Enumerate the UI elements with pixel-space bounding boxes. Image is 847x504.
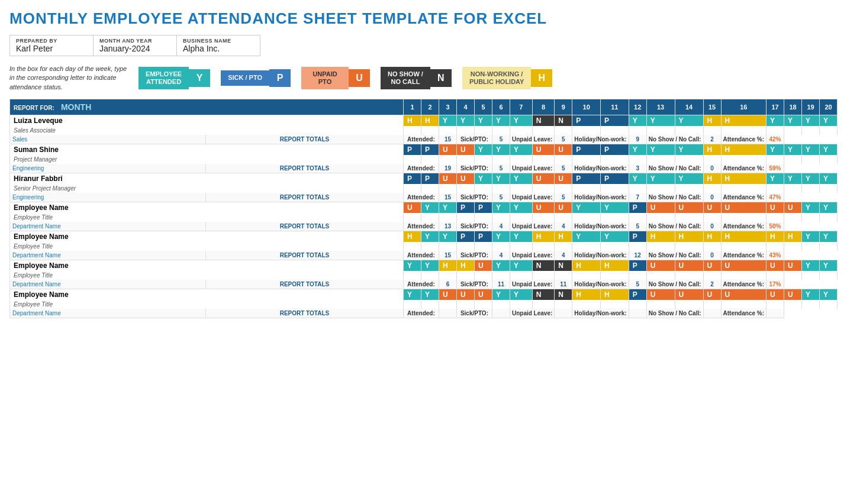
day-11-value[interactable]: Y bbox=[600, 202, 629, 214]
day-14-value[interactable]: Y bbox=[675, 173, 703, 185]
day-9-value[interactable]: N bbox=[555, 289, 572, 301]
day-16-value[interactable]: U bbox=[721, 260, 766, 272]
day-3-value[interactable]: Y bbox=[439, 115, 456, 127]
day-4-value[interactable]: U bbox=[456, 144, 474, 156]
day-20-value[interactable]: Y bbox=[820, 144, 838, 156]
day-2-value[interactable]: Y bbox=[421, 202, 439, 214]
day-6-value[interactable]: Y bbox=[492, 202, 510, 214]
day-10-value[interactable]: H bbox=[572, 260, 601, 272]
day-9-value[interactable]: U bbox=[555, 144, 572, 156]
day-2-value[interactable]: Y bbox=[421, 231, 439, 243]
day-16-value[interactable]: U bbox=[721, 289, 766, 301]
day-3-value[interactable]: Y bbox=[439, 231, 456, 243]
day-20-value[interactable]: Y bbox=[820, 289, 838, 301]
day-12-value[interactable]: P bbox=[629, 202, 646, 214]
day-20-value[interactable]: Y bbox=[820, 231, 838, 243]
day-8-value[interactable]: U bbox=[532, 173, 555, 185]
day-1-value[interactable]: Y bbox=[403, 289, 421, 301]
day-5-value[interactable]: Y bbox=[474, 173, 492, 185]
day-4-value[interactable]: H bbox=[456, 260, 474, 272]
day-19-value[interactable]: Y bbox=[802, 260, 820, 272]
day-14-value[interactable]: H bbox=[675, 231, 703, 243]
day-19-value[interactable]: Y bbox=[802, 115, 820, 127]
day-4-value[interactable]: P bbox=[456, 202, 474, 214]
day-14-value[interactable]: Y bbox=[675, 144, 703, 156]
day-10-value[interactable]: Y bbox=[572, 202, 601, 214]
day-20-value[interactable]: Y bbox=[820, 115, 838, 127]
day-8-value[interactable]: N bbox=[532, 115, 555, 127]
day-4-value[interactable]: Y bbox=[456, 115, 474, 127]
day-18-value[interactable]: U bbox=[784, 289, 802, 301]
day-6-value[interactable]: Y bbox=[492, 115, 510, 127]
day-5-value[interactable]: P bbox=[474, 231, 492, 243]
day-15-value[interactable]: U bbox=[703, 202, 721, 214]
day-19-value[interactable]: Y bbox=[802, 231, 820, 243]
day-5-value[interactable]: Y bbox=[474, 115, 492, 127]
day-19-value[interactable]: Y bbox=[802, 202, 820, 214]
day-19-value[interactable]: Y bbox=[802, 289, 820, 301]
day-8-value[interactable]: N bbox=[532, 260, 555, 272]
day-5-value[interactable]: U bbox=[474, 260, 492, 272]
day-7-value[interactable]: Y bbox=[510, 289, 532, 301]
day-6-value[interactable]: Y bbox=[492, 231, 510, 243]
day-13-value[interactable]: H bbox=[646, 231, 675, 243]
day-10-value[interactable]: P bbox=[572, 173, 601, 185]
day-8-value[interactable]: H bbox=[532, 231, 555, 243]
day-3-value[interactable]: H bbox=[439, 260, 456, 272]
day-6-value[interactable]: Y bbox=[492, 260, 510, 272]
day-13-value[interactable]: Y bbox=[646, 144, 675, 156]
day-9-value[interactable]: N bbox=[555, 115, 572, 127]
day-20-value[interactable]: Y bbox=[820, 173, 838, 185]
day-7-value[interactable]: Y bbox=[510, 115, 532, 127]
day-11-value[interactable]: P bbox=[600, 115, 629, 127]
day-18-value[interactable]: Y bbox=[784, 173, 802, 185]
day-6-value[interactable]: Y bbox=[492, 173, 510, 185]
day-4-value[interactable]: U bbox=[456, 173, 474, 185]
day-20-value[interactable]: Y bbox=[820, 202, 838, 214]
day-4-value[interactable]: P bbox=[456, 231, 474, 243]
day-9-value[interactable]: U bbox=[555, 202, 572, 214]
day-5-value[interactable]: Y bbox=[474, 144, 492, 156]
day-1-value[interactable]: U bbox=[403, 202, 421, 214]
day-12-value[interactable]: Y bbox=[629, 144, 646, 156]
day-18-value[interactable]: U bbox=[784, 202, 802, 214]
day-16-value[interactable]: H bbox=[721, 115, 766, 127]
day-17-value[interactable]: Y bbox=[767, 173, 784, 185]
day-15-value[interactable]: H bbox=[703, 231, 721, 243]
day-18-value[interactable]: U bbox=[784, 260, 802, 272]
day-11-value[interactable]: H bbox=[600, 289, 629, 301]
day-10-value[interactable]: H bbox=[572, 289, 601, 301]
day-13-value[interactable]: Y bbox=[646, 115, 675, 127]
day-12-value[interactable]: P bbox=[629, 289, 646, 301]
day-1-value[interactable]: H bbox=[403, 231, 421, 243]
day-17-value[interactable]: U bbox=[767, 260, 784, 272]
day-3-value[interactable]: U bbox=[439, 289, 456, 301]
day-18-value[interactable]: Y bbox=[784, 115, 802, 127]
day-9-value[interactable]: N bbox=[555, 260, 572, 272]
day-19-value[interactable]: Y bbox=[802, 144, 820, 156]
day-7-value[interactable]: Y bbox=[510, 173, 532, 185]
day-1-value[interactable]: P bbox=[403, 144, 421, 156]
day-12-value[interactable]: P bbox=[629, 231, 646, 243]
day-8-value[interactable]: U bbox=[532, 144, 555, 156]
day-12-value[interactable]: Y bbox=[629, 115, 646, 127]
day-2-value[interactable]: Y bbox=[421, 260, 439, 272]
day-17-value[interactable]: U bbox=[767, 289, 784, 301]
day-5-value[interactable]: P bbox=[474, 202, 492, 214]
day-15-value[interactable]: H bbox=[703, 144, 721, 156]
day-14-value[interactable]: Y bbox=[675, 115, 703, 127]
day-2-value[interactable]: P bbox=[421, 173, 439, 185]
day-12-value[interactable]: Y bbox=[629, 173, 646, 185]
day-15-value[interactable]: U bbox=[703, 289, 721, 301]
day-11-value[interactable]: H bbox=[600, 260, 629, 272]
day-16-value[interactable]: H bbox=[721, 173, 766, 185]
day-11-value[interactable]: Y bbox=[600, 231, 629, 243]
day-6-value[interactable]: Y bbox=[492, 144, 510, 156]
day-14-value[interactable]: U bbox=[675, 289, 703, 301]
day-18-value[interactable]: Y bbox=[784, 144, 802, 156]
day-16-value[interactable]: H bbox=[721, 144, 766, 156]
day-3-value[interactable]: U bbox=[439, 173, 456, 185]
day-2-value[interactable]: Y bbox=[421, 289, 439, 301]
day-13-value[interactable]: U bbox=[646, 289, 675, 301]
day-10-value[interactable]: P bbox=[572, 115, 601, 127]
